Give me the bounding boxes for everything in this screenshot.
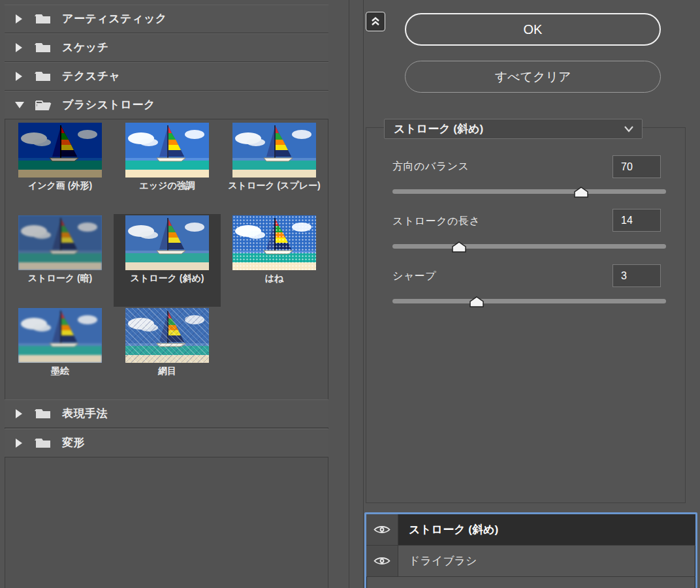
- eye-icon: [374, 555, 390, 566]
- filter-thumb-accented-edges[interactable]: エッジの強調: [114, 121, 221, 214]
- thumbnail-label: ストローク (スプレー): [225, 180, 323, 191]
- thumbnail-image: [18, 123, 102, 178]
- category-artistic[interactable]: アーティスティック: [5, 5, 328, 33]
- folder-icon: [35, 42, 52, 54]
- clear-all-button[interactable]: すべてクリア: [405, 61, 661, 93]
- category-label: スケッチ: [62, 40, 109, 55]
- direction-balance-input[interactable]: [612, 155, 661, 178]
- pane-splitter[interactable]: [349, 0, 349, 588]
- direction-balance-label: 方向のバランス: [392, 160, 469, 174]
- visibility-toggle[interactable]: [366, 514, 398, 545]
- collapsed-arrow-icon[interactable]: [15, 14, 24, 23]
- thumbnail-image: [18, 215, 102, 270]
- visibility-toggle[interactable]: [366, 546, 398, 576]
- sharpness-input[interactable]: [612, 264, 661, 287]
- category-stylize[interactable]: 表現手法: [5, 399, 328, 428]
- effect-layer-angled-strokes[interactable]: ストローク (斜め): [366, 514, 695, 546]
- chevrons-up-icon: [370, 16, 381, 27]
- category-label: テクスチャ: [62, 69, 121, 84]
- collapsed-arrow-icon[interactable]: [15, 409, 24, 418]
- category-distort[interactable]: 変形: [5, 429, 328, 457]
- filter-thumb-spatter[interactable]: はね: [221, 214, 328, 307]
- folder-icon: [35, 408, 52, 420]
- category-texture[interactable]: テクスチャ: [5, 62, 328, 91]
- pane-splitter-line: [363, 0, 364, 588]
- category-label: ブラシストローク: [62, 97, 155, 112]
- thumbnail-label: エッジの強調: [118, 180, 216, 191]
- collapsed-arrow-icon[interactable]: [15, 439, 24, 448]
- stroke-length-label: ストロークの長さ: [392, 215, 480, 228]
- thumbnail-label: ストローク (暗): [11, 273, 109, 284]
- collapse-panel-button[interactable]: [366, 12, 385, 31]
- stroke-length-slider-track[interactable]: [392, 244, 666, 249]
- direction-balance-slider-thumb[interactable]: [574, 187, 588, 198]
- filter-gallery-dialog: アーティスティック スケッチ テクスチャ ブラシストローク インク画 (外形) …: [0, 0, 700, 588]
- category-label: アーティスティック: [62, 11, 167, 26]
- thumbnail-image: [232, 215, 316, 270]
- effect-layer-name[interactable]: ストローク (斜め): [398, 514, 695, 545]
- sharpness-slider-thumb[interactable]: [469, 296, 484, 307]
- thumbnail-image: [125, 123, 209, 178]
- collapsed-arrow-icon[interactable]: [15, 43, 24, 52]
- thumbnail-label: インク画 (外形): [11, 180, 109, 191]
- filter-thumb-sumi-e[interactable]: 墨絵: [7, 307, 114, 398]
- category-brush-strokes[interactable]: ブラシストローク: [5, 91, 328, 119]
- filter-thumb-crosshatch[interactable]: 網目: [114, 307, 221, 398]
- stroke-length-input[interactable]: [612, 209, 661, 232]
- thumbnail-label: 網目: [118, 365, 216, 377]
- folder-icon: [35, 13, 52, 25]
- thumbnail-label: ストローク (斜め): [118, 273, 216, 284]
- effect-layers-panel: ストローク (斜め) ドライブラシ: [364, 512, 697, 588]
- filter-thumb-sprayed-strokes[interactable]: ストローク (スプレー): [221, 121, 328, 214]
- sharpness-slider-track[interactable]: [392, 299, 666, 303]
- thumbnail-image: [18, 308, 102, 363]
- filter-settings-groupbox: [366, 127, 686, 503]
- effect-layer-name[interactable]: ドライブラシ: [398, 546, 695, 576]
- collapsed-arrow-icon[interactable]: [15, 72, 24, 81]
- ok-button[interactable]: OK: [405, 13, 661, 46]
- chevron-down-icon: [624, 125, 634, 132]
- category-sketch[interactable]: スケッチ: [5, 33, 328, 62]
- thumbnail-label: はね: [225, 273, 323, 284]
- thumbnail-image: [125, 215, 209, 270]
- thumbnail-label: 墨絵: [11, 365, 109, 377]
- thumbnail-image: [232, 123, 316, 178]
- sharpness-label: シャープ: [392, 270, 436, 283]
- dropdown-selected-value: ストローク (斜め): [394, 121, 483, 136]
- stroke-length-slider-thumb[interactable]: [452, 241, 466, 253]
- filter-thumb-angled-strokes[interactable]: ストローク (斜め): [114, 214, 221, 307]
- filter-select-dropdown[interactable]: ストローク (斜め): [384, 119, 643, 139]
- folder-icon: [35, 437, 52, 449]
- filter-thumb-ink-outlines[interactable]: インク画 (外形): [7, 121, 114, 214]
- open-folder-icon: [35, 99, 52, 111]
- direction-balance-slider-track[interactable]: [392, 189, 666, 194]
- filter-thumb-dark-strokes[interactable]: ストローク (暗): [7, 214, 114, 307]
- category-label: 変形: [62, 435, 85, 450]
- thumbnail-image: [125, 308, 209, 363]
- folder-icon: [35, 70, 52, 82]
- expanded-arrow-icon[interactable]: [15, 101, 24, 109]
- category-label: 表現手法: [62, 406, 108, 421]
- eye-icon: [374, 524, 390, 535]
- effect-layer-dry-brush[interactable]: ドライブラシ: [366, 546, 695, 577]
